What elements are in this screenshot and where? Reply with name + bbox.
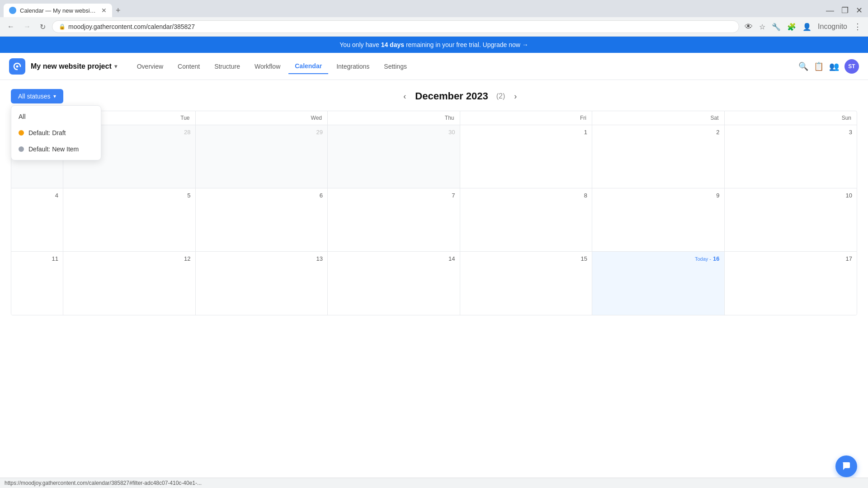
svg-point-0 xyxy=(16,65,19,67)
day-headers-row: Tue Wed Thu Fri Sat Sun xyxy=(11,111,857,125)
today-number: 16 xyxy=(713,255,719,262)
status-dropdown-menu: All Default: Draft Default: New Item xyxy=(11,105,101,160)
minimize-button[interactable]: — xyxy=(824,6,836,15)
day-cell-6[interactable]: 6 xyxy=(196,188,328,251)
main-nav: Overview Content Structure Workflow Cale… xyxy=(131,59,798,74)
tab-bar-controls: — ❐ ✕ xyxy=(824,5,868,15)
nav-calendar[interactable]: Calendar xyxy=(288,59,328,74)
nav-overview[interactable]: Overview xyxy=(131,59,170,74)
day-cell-30[interactable]: 30 xyxy=(328,125,460,188)
month-count: (2) xyxy=(496,92,505,100)
prev-month-button[interactable]: ‹ xyxy=(400,90,410,103)
day-cell-2[interactable]: 2 xyxy=(592,125,725,188)
day-cell-15[interactable]: 15 xyxy=(460,252,593,315)
day-cell-5[interactable]: 5 xyxy=(63,188,196,251)
day-cell-11[interactable]: 11 xyxy=(11,252,63,315)
nav-workflow[interactable]: Workflow xyxy=(248,59,287,74)
browser-tab-bar: Calendar — My new website p... ✕ + — ❐ ✕ xyxy=(0,0,868,17)
day-cell-8[interactable]: 8 xyxy=(460,188,593,251)
tab-favicon xyxy=(9,7,16,14)
close-window-button[interactable]: ✕ xyxy=(854,5,864,15)
day-cell-16-today[interactable]: Today - 16 xyxy=(592,252,725,315)
project-name[interactable]: My new website project ▾ xyxy=(31,62,117,70)
dropdown-arrow-icon: ▾ xyxy=(53,93,56,99)
day-header-wed: Wed xyxy=(196,111,328,125)
lock-icon: 🔒 xyxy=(59,23,66,30)
day-cell-1[interactable]: 1 xyxy=(460,125,593,188)
nav-integrations[interactable]: Integrations xyxy=(330,59,376,74)
star-icon[interactable]: ☆ xyxy=(757,21,767,33)
day-header-sun: Sun xyxy=(725,111,857,125)
browser-toolbar: ← → ↻ 🔒 moodjoy.gathercontent.com/calend… xyxy=(0,17,868,36)
maximize-button[interactable]: ❐ xyxy=(840,5,850,15)
trial-banner: You only have 14 days remaining in your … xyxy=(0,37,868,53)
month-navigation: ‹ December 2023 (2) › xyxy=(400,90,520,103)
puzzle-icon[interactable]: 🧩 xyxy=(785,21,798,33)
eye-slash-icon: 👁 xyxy=(743,20,755,33)
nav-content[interactable]: Content xyxy=(171,59,206,74)
menu-button[interactable]: ⋮ xyxy=(852,20,863,33)
filter-default-draft[interactable]: Default: Draft xyxy=(11,125,101,141)
url-text: moodjoy.gathercontent.com/calendar/38582… xyxy=(68,23,195,30)
filter-all[interactable]: All xyxy=(11,108,101,125)
month-title: December 2023 xyxy=(415,90,488,102)
reload-button[interactable]: ↻ xyxy=(37,21,48,33)
calendar-header: All statuses ▾ ‹ December 2023 (2) › xyxy=(11,89,857,103)
week-row-1: 28 29 30 1 2 3 xyxy=(11,125,857,188)
week-row-2: 4 5 6 7 8 9 10 xyxy=(11,188,857,252)
project-dropdown-arrow: ▾ xyxy=(114,63,117,70)
tab-title: Calendar — My new website p... xyxy=(20,7,96,14)
banner-text-prefix: You only have xyxy=(340,41,381,48)
new-item-status-dot xyxy=(19,146,24,152)
calendar-grid: Tue Wed Thu Fri Sat Sun 28 29 30 1 2 xyxy=(11,111,857,315)
active-tab[interactable]: Calendar — My new website p... ✕ xyxy=(4,4,112,17)
user-avatar[interactable]: ST xyxy=(844,59,859,74)
new-tab-button[interactable]: + xyxy=(112,6,124,15)
week-row-3: 11 12 13 14 15 Today - 16 17 xyxy=(11,252,857,315)
banner-text-suffix: remaining in your free trial. Upgrade no… xyxy=(406,41,528,48)
app-logo[interactable] xyxy=(9,58,25,75)
team-icon[interactable]: 👥 xyxy=(829,61,839,71)
today-label: Today - xyxy=(695,256,711,262)
tab-close-button[interactable]: ✕ xyxy=(101,7,107,14)
nav-structure[interactable]: Structure xyxy=(208,59,246,74)
toolbar-icons: 👁 ☆ 🔧 🧩 👤 Incognito ⋮ xyxy=(743,20,863,33)
profile-icon[interactable]: 👤 xyxy=(801,21,813,33)
extension-icon[interactable]: 🔧 xyxy=(770,21,783,33)
day-header-thu: Thu xyxy=(328,111,460,125)
day-cell-29[interactable]: 29 xyxy=(196,125,328,188)
address-bar[interactable]: 🔒 moodjoy.gathercontent.com/calendar/385… xyxy=(52,20,739,33)
banner-highlight: 14 days xyxy=(381,41,404,48)
back-button[interactable]: ← xyxy=(5,21,17,33)
day-header-sat: Sat xyxy=(592,111,725,125)
forward-button[interactable]: → xyxy=(21,21,33,33)
day-header-fri: Fri xyxy=(460,111,593,125)
search-icon[interactable]: 🔍 xyxy=(798,61,808,71)
incognito-label: Incognito xyxy=(816,21,849,33)
day-cell-14[interactable]: 14 xyxy=(328,252,460,315)
day-cell-10[interactable]: 10 xyxy=(725,188,857,251)
day-cell-12[interactable]: 12 xyxy=(63,252,196,315)
nav-settings[interactable]: Settings xyxy=(377,59,413,74)
day-cell-4[interactable]: 4 xyxy=(11,188,63,251)
next-month-button[interactable]: › xyxy=(510,90,520,103)
day-cell-7[interactable]: 7 xyxy=(328,188,460,251)
add-content-icon[interactable]: 📋 xyxy=(814,61,824,71)
browser-chrome: Calendar — My new website p... ✕ + — ❐ ✕… xyxy=(0,0,868,37)
filter-default-new-item[interactable]: Default: New Item xyxy=(11,141,101,157)
status-filter-dropdown[interactable]: All statuses ▾ xyxy=(11,89,63,103)
draft-status-dot xyxy=(19,130,24,136)
day-cell-3[interactable]: 3 xyxy=(725,125,857,188)
day-cell-17[interactable]: 17 xyxy=(725,252,857,315)
main-content: All statuses ▾ ‹ December 2023 (2) › All… xyxy=(0,80,868,324)
app-header: My new website project ▾ Overview Conten… xyxy=(0,53,868,80)
day-cell-13[interactable]: 13 xyxy=(196,252,328,315)
day-cell-9[interactable]: 9 xyxy=(592,188,725,251)
header-actions: 🔍 📋 👥 ST xyxy=(798,59,859,74)
